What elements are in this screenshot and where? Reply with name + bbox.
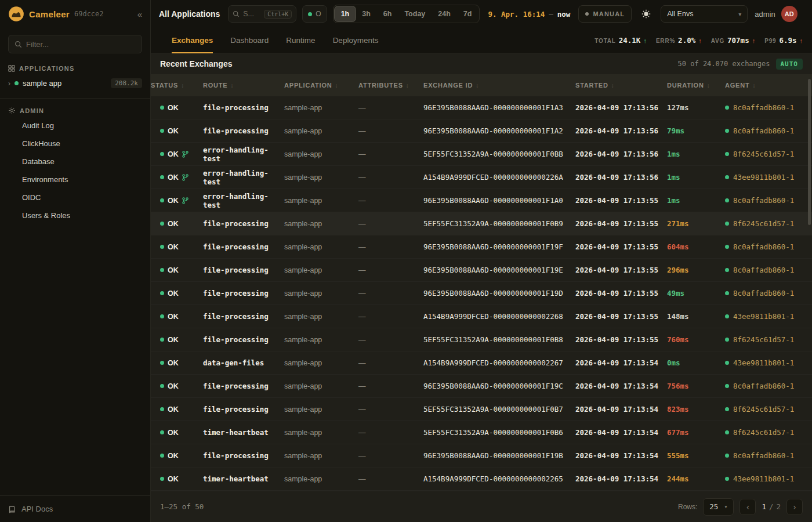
- app-root: Cameleer 69dcce2 « Filter... APPLICATION…: [0, 0, 812, 522]
- exchange-row[interactable]: OK file-processing sample-app — 96E395B0…: [151, 375, 812, 398]
- exchange-row[interactable]: OK file-processing sample-app — 96E395B0…: [151, 444, 812, 467]
- sort-icon: ↕: [335, 82, 339, 89]
- agent-status-dot: [725, 268, 729, 272]
- agent-cell: 8c0affadb860-1: [725, 266, 812, 274]
- exchange-row[interactable]: OK data-gen-files sample-app — A154B9A99…: [151, 351, 812, 375]
- column-header[interactable]: STARTED ↕: [575, 82, 667, 89]
- column-header[interactable]: DURATION ↕: [667, 82, 725, 89]
- exchange-id-cell: 5EF55FC31352A9A-000000000001F0B7: [423, 405, 575, 414]
- agent-id: 8f6245c61d57-1: [733, 428, 794, 437]
- search-input[interactable]: S... Ctrl+K: [228, 5, 296, 23]
- column-header[interactable]: APPLICATION ↕: [284, 82, 358, 89]
- route-cell: file-processing: [203, 219, 284, 228]
- time-range-button[interactable]: 24h: [432, 6, 457, 21]
- avatar[interactable]: AD: [781, 6, 798, 22]
- ok-status-dot: [160, 314, 164, 318]
- time-range-group: 1h 3h 6h Today 24h 7d: [333, 5, 480, 23]
- exchange-row[interactable]: OK file-processing sample-app — 5EF55FC3…: [151, 398, 812, 421]
- rows-per-page-select[interactable]: 25 ▾: [703, 498, 734, 516]
- vertical-scrollbar[interactable]: [808, 79, 811, 225]
- exchange-row[interactable]: OK file-processing sample-app — 5EF55FC3…: [151, 328, 812, 351]
- sidebar-collapse-icon[interactable]: «: [137, 9, 142, 19]
- status-label: OK: [168, 243, 179, 251]
- quick-filter-toggle[interactable]: O: [302, 5, 327, 23]
- auto-refresh-badge[interactable]: AUTO: [776, 59, 803, 70]
- agent-cell: 8c0affadb860-1: [725, 103, 812, 112]
- time-range-button[interactable]: 7d: [457, 6, 478, 21]
- api-docs-link[interactable]: API Docs: [0, 495, 150, 522]
- started-cell: 2026-04-09 17:13:54: [575, 428, 667, 437]
- exchange-id-cell: 96E395B0088AA6D-000000000001F1A0: [423, 196, 575, 205]
- tab[interactable]: Deployments: [333, 28, 379, 53]
- environment-select[interactable]: All Envs ▾: [661, 5, 748, 23]
- admin-nav-item[interactable]: OIDC: [0, 188, 150, 206]
- status-label: OK: [168, 429, 179, 437]
- tabs-row: Exchanges Dashboard Runtime Deployments …: [151, 28, 812, 53]
- column-header[interactable]: AGENT ↕: [725, 82, 812, 89]
- next-page-button[interactable]: ›: [786, 499, 803, 515]
- exchange-row[interactable]: OK timer-heartbeat sample-app — A154B9A9…: [151, 467, 812, 491]
- agent-id: 8f6245c61d57-1: [733, 150, 794, 158]
- sidebar-filter-input[interactable]: Filter...: [8, 35, 142, 53]
- column-header[interactable]: EXCHANGE ID ↕: [423, 82, 575, 89]
- admin-nav-item[interactable]: Database: [0, 153, 150, 171]
- exchange-row[interactable]: OK file-processing sample-app — 96E395B0…: [151, 259, 812, 282]
- app-status-dot: [14, 81, 19, 85]
- theme-toggle-button[interactable]: [637, 5, 655, 23]
- agent-cell: 8c0affadb860-1: [725, 382, 812, 390]
- route-cell: data-gen-files: [203, 358, 284, 367]
- duration-cell: 1ms: [667, 150, 725, 158]
- time-range-button[interactable]: 1h: [335, 6, 356, 21]
- column-header[interactable]: STATUS ↕: [151, 82, 203, 89]
- status-label: OK: [168, 382, 179, 390]
- exchange-row[interactable]: OK file-processing sample-app — 96E395B0…: [151, 235, 812, 259]
- application-name: sample app: [23, 79, 61, 88]
- date-range-separator: –: [549, 10, 553, 19]
- time-range-button[interactable]: 6h: [377, 6, 398, 21]
- exchange-row[interactable]: OK file-processing sample-app — 96E395B0…: [151, 282, 812, 305]
- date-range[interactable]: 9. Apr. 16:14 – now: [488, 10, 570, 19]
- time-range-button[interactable]: Today: [398, 6, 432, 21]
- stats-bar: TOTAL 24.1K ↑ ERR% 2.0% ↑ AVG 707ms ↑: [594, 28, 812, 53]
- exchange-row[interactable]: OK file-processing sample-app — 96E395B0…: [151, 119, 812, 143]
- started-cell: 2026-04-09 17:13:54: [575, 474, 667, 483]
- exchange-row[interactable]: OK file-processing sample-app — 96E395B0…: [151, 96, 812, 119]
- admin-nav-item[interactable]: Environments: [0, 171, 150, 188]
- attributes-cell: —: [358, 313, 423, 321]
- column-label: ROUTE: [203, 82, 228, 89]
- chevron-down-icon: ▾: [724, 503, 727, 510]
- exchange-row[interactable]: OK error-handling-test sample-app — A154…: [151, 166, 812, 189]
- agent-id: 8c0affadb860-1: [733, 382, 794, 390]
- admin-nav-item[interactable]: Users & Roles: [0, 206, 150, 224]
- started-cell: 2026-04-09 17:13:55: [575, 335, 667, 344]
- topbar: All Applications S... Ctrl+K O 1h 3h: [151, 0, 812, 28]
- application-cell: sample-app: [284, 336, 358, 344]
- started-cell: 2026-04-09 17:13:56: [575, 103, 667, 112]
- status-cell: OK: [151, 104, 203, 112]
- tab[interactable]: Exchanges: [172, 28, 213, 53]
- application-tree-item[interactable]: › sample app 208.2k: [0, 74, 150, 92]
- admin-nav: Audit Log ClickHouse Database Environmen…: [0, 117, 150, 224]
- manual-refresh-button[interactable]: MANUAL: [578, 5, 632, 23]
- admin-nav-item[interactable]: ClickHouse: [0, 135, 150, 153]
- exchange-row[interactable]: OK error-handling-test sample-app — 5EF5…: [151, 143, 812, 166]
- date-range-start: 9. Apr. 16:14: [488, 10, 545, 19]
- time-range-button[interactable]: 3h: [356, 6, 377, 21]
- environment-select-value: All Envs: [667, 10, 693, 18]
- status-cell: OK: [151, 336, 203, 344]
- admin-nav-item[interactable]: Audit Log: [0, 117, 150, 135]
- exchange-row[interactable]: OK error-handling-test sample-app — 96E3…: [151, 189, 812, 212]
- exchange-row[interactable]: OK timer-heartbeat sample-app — 5EF55FC3…: [151, 421, 812, 444]
- column-header[interactable]: ATTRIBUTES ↕: [358, 82, 423, 89]
- application-cell: sample-app: [284, 475, 358, 483]
- exchange-row[interactable]: OK file-processing sample-app — A154B9A9…: [151, 305, 812, 328]
- tab[interactable]: Runtime: [286, 28, 315, 53]
- column-header[interactable]: ROUTE ↕: [203, 82, 284, 89]
- exchange-id-cell: 96E395B0088AA6D-000000000001F1A2: [423, 126, 575, 135]
- exchanges-meta: 50 of 24.070 exchanges AUTO: [678, 59, 803, 70]
- tab[interactable]: Dashboard: [230, 28, 269, 53]
- exchange-row[interactable]: OK file-processing sample-app — 5EF55FC3…: [151, 212, 812, 235]
- prev-page-button[interactable]: ‹: [740, 499, 756, 515]
- route-cell: error-handling-test: [203, 146, 284, 163]
- attributes-cell: —: [358, 127, 423, 135]
